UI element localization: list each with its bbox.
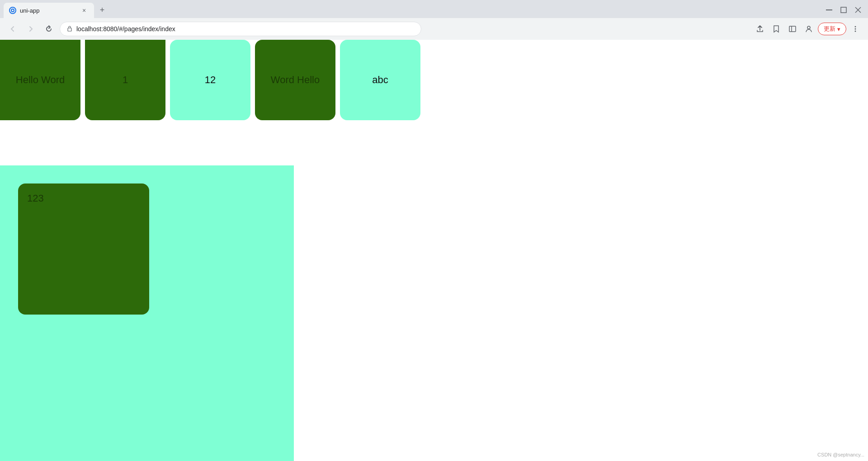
watermark: CSDN @septnancy... (817, 452, 864, 457)
svg-point-8 (855, 26, 856, 28)
inner-box-123: 123 (18, 183, 149, 315)
sidebar-button[interactable] (785, 22, 800, 36)
active-tab[interactable]: uni-app × (4, 3, 94, 18)
refresh-button[interactable] (42, 22, 56, 36)
svg-point-7 (807, 26, 810, 29)
update-arrow-icon: ▾ (837, 26, 840, 33)
browser-window: uni-app × + (0, 0, 868, 461)
profile-button[interactable] (802, 22, 816, 36)
new-tab-button[interactable]: + (96, 4, 108, 16)
url-bar[interactable]: localhost:8080/#/pages/index/index (60, 22, 421, 36)
tab-bar: uni-app × + (0, 0, 868, 18)
svg-point-10 (855, 31, 856, 32)
menu-button[interactable] (848, 22, 863, 36)
tab-title: uni-app (20, 7, 76, 14)
box-hello-word: Hello Word (0, 40, 80, 120)
forward-button[interactable] (24, 22, 38, 36)
toolbar-right: 更新 ▾ (753, 22, 863, 36)
url-text: localhost:8080/#/pages/index/index (76, 25, 175, 33)
share-button[interactable] (753, 22, 767, 36)
window-controls (823, 4, 864, 16)
tab-close-button[interactable]: × (80, 6, 89, 15)
security-icon (66, 25, 73, 33)
bookmark-button[interactable] (769, 22, 783, 36)
update-button[interactable]: 更新 ▾ (818, 23, 846, 35)
box-abc: abc (340, 40, 420, 120)
tab-favicon (9, 7, 16, 14)
box-word-hello: Word Hello (255, 40, 335, 120)
box-12: 12 (170, 40, 250, 120)
svg-rect-5 (789, 26, 796, 32)
svg-rect-4 (68, 28, 71, 31)
update-label: 更新 (824, 25, 835, 33)
svg-rect-0 (826, 9, 832, 10)
minimize-button[interactable] (823, 4, 835, 16)
box-1: 1 (85, 40, 165, 120)
maximize-button[interactable] (837, 4, 850, 16)
address-bar: localhost:8080/#/pages/index/index 更新 ▾ (0, 18, 868, 40)
top-row: Hello Word 1 12 Word Hello abc (0, 40, 420, 120)
bottom-container: 123 (0, 165, 294, 461)
close-window-button[interactable] (852, 4, 864, 16)
back-button[interactable] (5, 22, 20, 36)
svg-rect-1 (841, 7, 846, 13)
svg-point-9 (855, 28, 856, 30)
page-content: Hello Word 1 12 Word Hello abc 123 (0, 40, 868, 461)
